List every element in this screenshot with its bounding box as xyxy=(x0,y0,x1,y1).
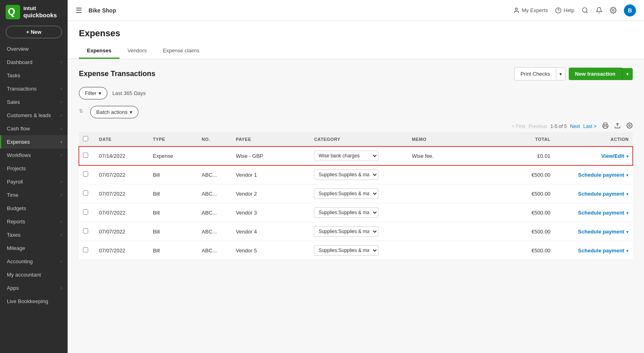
action-dropdown-icon[interactable]: ▾ xyxy=(625,229,629,234)
sidebar-item-accounting[interactable]: Accounting › xyxy=(0,255,68,268)
row-category[interactable]: Supplies:Supplies & materi... xyxy=(310,241,408,260)
sidebar-item-projects[interactable]: Projects xyxy=(0,162,68,175)
sidebar-item-payroll[interactable]: Payroll › xyxy=(0,175,68,188)
sidebar-item-workflows[interactable]: Workflows › xyxy=(0,149,68,162)
category-select[interactable]: Supplies:Supplies & materi... xyxy=(314,188,378,199)
new-transaction-button[interactable]: New transaction xyxy=(569,68,622,80)
action-dropdown-icon[interactable]: ▾ xyxy=(625,211,629,215)
search-icon[interactable] xyxy=(582,7,588,14)
tab-vendors[interactable]: Vendors xyxy=(120,43,155,59)
sidebar-item-label: Payroll xyxy=(7,179,23,185)
sidebar-item-my-accountant[interactable]: My accountant xyxy=(0,268,68,281)
row-category[interactable]: Supplies:Supplies & materi... xyxy=(310,184,408,203)
row-total: £0.01 xyxy=(506,147,554,165)
sidebar-item-label: Customers & leads xyxy=(7,112,51,118)
pagination-previous[interactable]: Previous xyxy=(528,124,547,129)
row-category[interactable]: Supplies:Supplies & materi... xyxy=(310,222,408,241)
sidebar-item-reports[interactable]: Reports › xyxy=(0,215,68,228)
settings-icon[interactable] xyxy=(610,7,617,14)
sidebar-item-taxes[interactable]: Taxes › xyxy=(0,228,68,242)
tab-expense-claims[interactable]: Expense claims xyxy=(155,43,207,59)
view-edit-button[interactable]: View/Edit xyxy=(601,153,624,159)
header-date[interactable]: DATE xyxy=(95,132,149,147)
schedule-payment-button[interactable]: Schedule payment xyxy=(578,191,624,197)
chevron-icon: › xyxy=(61,233,62,237)
sort-icon[interactable]: ⇅ xyxy=(79,108,83,114)
print-checks-button[interactable]: Print Checks xyxy=(514,67,556,81)
schedule-payment-button[interactable]: Schedule payment xyxy=(578,172,624,178)
schedule-payment-button[interactable]: Schedule payment xyxy=(578,229,624,235)
pagination-last[interactable]: Last > xyxy=(583,124,597,129)
sidebar-item-expenses[interactable]: Expenses › xyxy=(0,135,68,149)
notifications-icon[interactable] xyxy=(596,7,603,14)
row-category[interactable]: Supplies:Supplies & materi... xyxy=(310,165,408,184)
chevron-icon: › xyxy=(61,286,62,290)
chevron-icon: › xyxy=(61,180,62,184)
content-area: Expense Transactions Print Checks ▾ New … xyxy=(68,59,644,268)
tab-expenses[interactable]: Expenses xyxy=(79,43,120,59)
pagination-first[interactable]: < First xyxy=(512,124,525,129)
row-memo xyxy=(408,184,506,203)
sidebar-item-sales[interactable]: Sales › xyxy=(0,95,68,109)
header-memo: MEMO xyxy=(408,132,506,147)
chevron-icon: › xyxy=(61,193,62,197)
row-category[interactable]: Supplies:Supplies & materi... xyxy=(310,203,408,222)
row-action: Schedule payment ▾ xyxy=(555,222,633,241)
row-type: Bill xyxy=(149,222,198,241)
pagination-next[interactable]: Next xyxy=(570,124,580,129)
avatar[interactable]: B xyxy=(624,4,636,17)
header-buttons: Print Checks ▾ New transaction ▾ xyxy=(514,67,633,81)
sidebar-item-transactions[interactable]: Transactions › xyxy=(0,82,68,95)
sidebar-item-live-bookkeeping[interactable]: Live Bookkeeping xyxy=(0,295,68,308)
category-select[interactable]: Supplies:Supplies & materi... xyxy=(314,226,378,237)
row-checkbox[interactable] xyxy=(83,190,88,196)
sidebar-item-cashflow[interactable]: Cash flow › xyxy=(0,122,68,135)
row-checkbox[interactable] xyxy=(83,209,88,215)
header-no: NO. xyxy=(198,132,232,147)
new-transaction-dropdown[interactable]: ▾ xyxy=(622,68,633,80)
select-all-checkbox[interactable] xyxy=(83,136,88,141)
batch-actions-button[interactable]: Batch actions ▾ xyxy=(90,106,138,118)
sidebar-item-tasks[interactable]: Tasks xyxy=(0,69,68,82)
action-dropdown-icon[interactable]: ▾ xyxy=(625,192,629,196)
menu-icon[interactable]: ☰ xyxy=(76,6,82,15)
category-select[interactable]: Supplies:Supplies & materi... xyxy=(314,169,378,180)
my-experts-label: My Experts xyxy=(522,7,548,13)
category-select[interactable]: Supplies:Supplies & materi... xyxy=(314,207,378,218)
sidebar-item-apps[interactable]: Apps › xyxy=(0,281,68,295)
export-icon[interactable] xyxy=(614,122,621,130)
row-type: Bill xyxy=(149,241,198,260)
row-type: Expense xyxy=(149,147,198,165)
print-icon[interactable] xyxy=(602,122,609,130)
sidebar-item-budgets[interactable]: Budgets xyxy=(0,202,68,215)
pagination: < First Previous 1-5 of 5 Next Last > xyxy=(512,124,597,129)
row-action: Schedule payment ▾ xyxy=(555,165,633,184)
row-checkbox[interactable] xyxy=(83,228,88,233)
row-checkbox[interactable] xyxy=(83,171,88,177)
filter-button[interactable]: Filter ▾ xyxy=(79,87,107,99)
settings-table-icon[interactable] xyxy=(626,122,633,130)
sidebar-item-mileage[interactable]: Mileage xyxy=(0,242,68,255)
sidebar-item-customers[interactable]: Customers & leads › xyxy=(0,109,68,122)
action-dropdown-icon[interactable]: ▾ xyxy=(625,173,629,178)
schedule-payment-button[interactable]: Schedule payment xyxy=(578,210,624,216)
row-checkbox[interactable] xyxy=(83,247,88,252)
sidebar-item-dashboard[interactable]: Dashboard › xyxy=(0,56,68,69)
category-select[interactable]: Supplies:Supplies & materi... xyxy=(314,245,378,256)
sidebar-item-overview[interactable]: Overview xyxy=(0,42,68,56)
category-select[interactable]: Wise bank charges xyxy=(314,151,378,161)
table-actions-row: < First Previous 1-5 of 5 Next Last > xyxy=(79,122,633,130)
sidebar-item-label: Mileage xyxy=(7,245,25,251)
help-button[interactable]: Help xyxy=(555,7,574,14)
action-dropdown-icon[interactable]: ▾ xyxy=(625,154,629,159)
print-checks-dropdown[interactable]: ▾ xyxy=(556,68,566,81)
row-checkbox[interactable] xyxy=(83,153,88,158)
action-dropdown-icon[interactable]: ▾ xyxy=(625,248,629,253)
my-experts-button[interactable]: My Experts xyxy=(513,7,548,14)
schedule-payment-button[interactable]: Schedule payment xyxy=(578,248,624,254)
topbar-actions: My Experts Help B xyxy=(513,4,636,17)
row-category[interactable]: Wise bank charges xyxy=(310,147,408,165)
new-button[interactable]: + New xyxy=(6,26,62,38)
company-name: Bike Shop xyxy=(89,7,507,14)
sidebar-item-time[interactable]: Time › xyxy=(0,188,68,202)
